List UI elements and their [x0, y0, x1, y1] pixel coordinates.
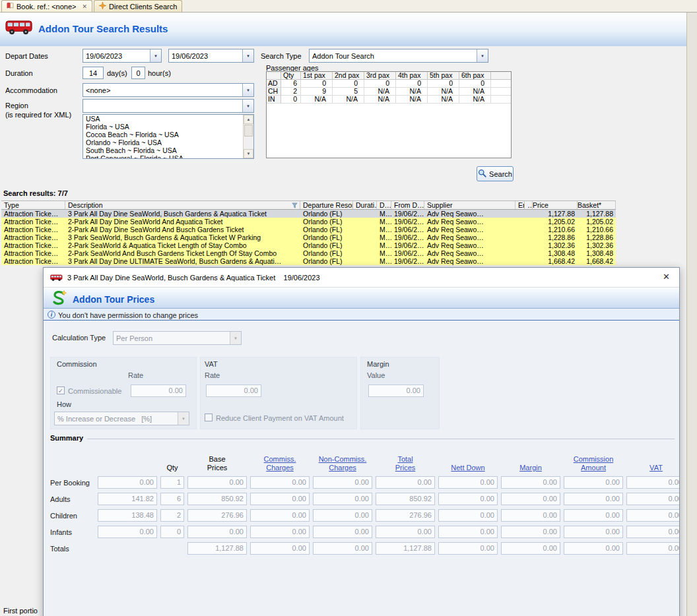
passenger-age-cell[interactable]: N/A: [364, 96, 396, 104]
list-item[interactable]: USA: [83, 115, 243, 123]
results-column-header[interactable]: Basket*: [578, 201, 616, 209]
passenger-age-cell[interactable]: N/A: [333, 96, 364, 104]
region-select[interactable]: ▼: [83, 99, 254, 113]
summary-header-line1[interactable]: Total: [376, 455, 435, 464]
filter-icon[interactable]: [292, 202, 298, 208]
passenger-age-cell[interactable]: 9: [301, 88, 333, 96]
scroll-up-icon[interactable]: ▲: [244, 115, 253, 124]
summary-header-line2[interactable]: Nett Down: [438, 464, 498, 472]
passenger-age-cell[interactable]: 2: [281, 88, 301, 96]
passenger-age-cell[interactable]: N/A: [364, 88, 396, 96]
summary-header-line2: [98, 464, 157, 472]
list-item[interactable]: South Beach ~ Florida ~ USA: [83, 146, 243, 154]
accommodation-select[interactable]: <none> ▼: [83, 83, 254, 97]
list-item[interactable]: Florida ~ USA: [83, 123, 243, 131]
passenger-age-cell[interactable]: 0: [281, 96, 301, 104]
passenger-age-cell[interactable]: N/A: [459, 88, 491, 96]
table-row[interactable]: Attraction Ticke…3 Park SeaWorld, Busch …: [1, 233, 616, 241]
results-cell: [353, 257, 377, 265]
duration-hours-input[interactable]: [131, 67, 145, 79]
results-column-header[interactable]: Departure Resort: [300, 201, 353, 209]
depart-date-to-select[interactable]: 19/06/2023 ▼: [168, 49, 254, 63]
passenger-age-cell[interactable]: 0: [364, 80, 396, 88]
passenger-age-cell[interactable]: 0: [428, 80, 459, 88]
table-row[interactable]: Attraction Ticke…2-Park SeaWorld And Bus…: [1, 249, 616, 257]
passenger-age-cell[interactable]: 0: [301, 80, 333, 88]
summary-header-line2[interactable]: Charges: [250, 464, 310, 472]
duration-days-input[interactable]: [83, 67, 104, 79]
list-item[interactable]: Cocoa Beach ~ Florida ~ USA: [83, 131, 243, 139]
results-column-header[interactable]: Type: [1, 201, 65, 209]
summary-header-line1[interactable]: [501, 455, 560, 464]
table-row[interactable]: Attraction Ticke…2-Park All Day Dine Sea…: [1, 226, 616, 233]
results-cell: [525, 210, 533, 218]
close-icon[interactable]: ✕: [663, 272, 670, 282]
results-column-header[interactable]: Durati…: [353, 201, 377, 209]
table-row[interactable]: Attraction Ticke…2-Park All Day Dine Sea…: [1, 218, 616, 226]
passenger-age-cell[interactable]: N/A: [396, 96, 428, 104]
results-column-header[interactable]: From D…: [391, 201, 424, 209]
tab-close-icon[interactable]: ✕: [83, 3, 88, 10]
passenger-age-cell[interactable]: N/A: [428, 88, 459, 96]
summary-header-line1[interactable]: Commiss.: [250, 455, 310, 464]
summary-value-field: 276.96: [187, 509, 247, 522]
passenger-age-cell[interactable]: 0: [459, 80, 491, 88]
list-item[interactable]: Port Canaveral ~ Florida ~ USA: [83, 154, 243, 158]
table-row[interactable]: Attraction Ticke…3 Park All Day Dine ULT…: [1, 257, 616, 265]
search-type-select[interactable]: Addon Tour Search ▼: [309, 49, 488, 63]
results-column-header[interactable]: …: [525, 201, 533, 209]
results-cell: Orlando (FL): [300, 233, 353, 241]
passenger-age-cell[interactable]: 5: [333, 88, 364, 96]
tab-booking-ref[interactable]: Book. ref.: <none> ✕: [1, 0, 92, 12]
calculation-type-select: Per Person ▼: [113, 331, 242, 345]
summary-header-line2[interactable]: Margin: [501, 464, 560, 472]
summary-header-line2[interactable]: Charges: [313, 464, 372, 472]
results-column-header[interactable]: Price: [533, 201, 578, 209]
passenger-age-cell[interactable]: N/A: [301, 96, 333, 104]
dialog-titlebar[interactable]: 3 Park All Day Dine SeaWorld, Busch Gard…: [44, 268, 679, 288]
summary-value-field: 0.00: [564, 526, 623, 538]
summary-header-line1[interactable]: Non-Commiss.: [313, 455, 372, 464]
results-column-header[interactable]: Er: [515, 201, 525, 209]
chevron-down-icon[interactable]: ▼: [477, 49, 488, 62]
passenger-age-cell[interactable]: N/A: [459, 96, 491, 104]
summary-value-field: 0.00: [250, 493, 310, 505]
summary-header-line1[interactable]: [626, 455, 680, 464]
summary-header-line1[interactable]: [438, 455, 498, 464]
tab-direct-clients-search[interactable]: Direct Clients Search: [94, 0, 182, 12]
summary-value-field: 0.00: [564, 476, 623, 489]
summary-column-header: BasePrices: [187, 455, 247, 472]
scrollbar-thumb[interactable]: [244, 125, 253, 137]
list-item[interactable]: Orlando ~ Florida ~ USA: [83, 139, 243, 146]
chevron-down-icon[interactable]: ▼: [242, 100, 253, 112]
results-cell: 3 Park SeaWorld, Busch Gardens & Aquatic…: [65, 233, 300, 241]
results-column-header[interactable]: D…: [377, 201, 391, 209]
summary-row-label: Per Booking: [50, 479, 94, 487]
summary-header-line1[interactable]: Commission: [564, 455, 623, 464]
region-listbox[interactable]: USAFlorida ~ USACocoa Beach ~ Florida ~ …: [83, 114, 254, 159]
passenger-age-cell[interactable]: 0: [333, 80, 364, 88]
passenger-column-header: 2nd pax: [333, 72, 364, 80]
vat-rate-field: 0.00: [206, 385, 261, 397]
scrollbar-track[interactable]: [244, 124, 253, 149]
results-column-header[interactable]: Supplier: [424, 201, 515, 209]
summary-header-line2[interactable]: Prices: [376, 464, 435, 472]
passenger-age-cell[interactable]: N/A: [396, 88, 428, 96]
passenger-age-cell[interactable]: 6: [281, 80, 301, 88]
results-cell: Attraction Ticke…: [1, 226, 65, 233]
scroll-down-icon[interactable]: ▼: [244, 149, 253, 158]
depart-date-from-select[interactable]: 19/06/2023 ▼: [83, 49, 162, 63]
chevron-down-icon[interactable]: ▼: [242, 49, 253, 62]
passenger-age-cell[interactable]: N/A: [428, 96, 459, 104]
scrollbar[interactable]: ▲ ▼: [243, 115, 253, 158]
table-row[interactable]: Attraction Ticke…3 Park All Day Dine Sea…: [1, 210, 616, 218]
chevron-down-icon: ▼: [178, 412, 189, 425]
chevron-down-icon[interactable]: ▼: [242, 84, 253, 96]
results-column-header[interactable]: Description: [65, 201, 300, 209]
passenger-age-cell[interactable]: 0: [396, 80, 428, 88]
search-button[interactable]: Search: [477, 166, 514, 181]
table-row[interactable]: Attraction Ticke…2-Park SeaWorld & Aquat…: [1, 241, 616, 249]
summary-header-line2[interactable]: VAT: [626, 464, 680, 472]
summary-header-line2[interactable]: Amount: [564, 464, 623, 472]
chevron-down-icon[interactable]: ▼: [150, 49, 161, 62]
